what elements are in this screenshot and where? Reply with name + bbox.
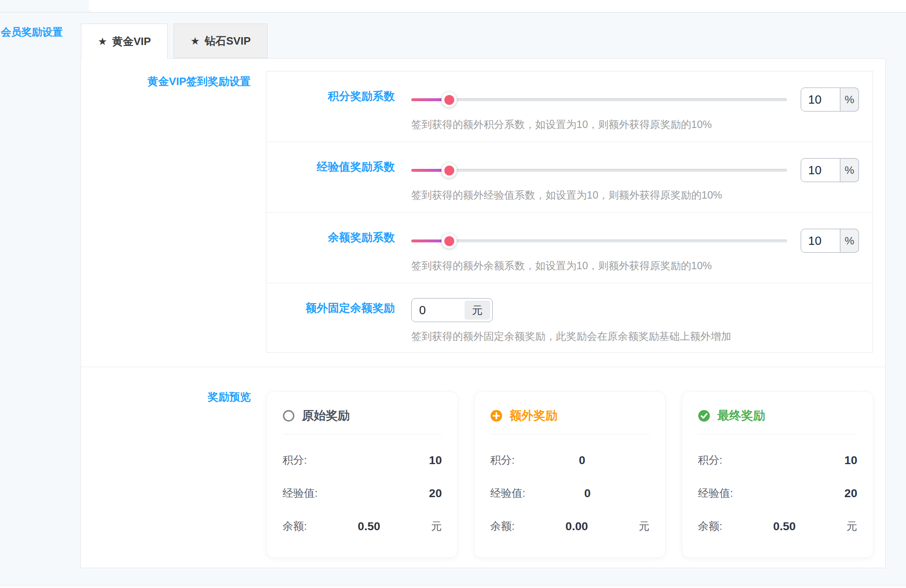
form-label-member-reward: 会员奖励设置	[1, 25, 63, 39]
exp-row: 经验值: 20	[698, 486, 857, 500]
previous-card-bottom	[89, 0, 906, 12]
points-value: 0	[579, 454, 586, 467]
extra-reward-title: 额外奖励	[510, 408, 557, 424]
exp-coefficient-row: 经验值奖励系数 % 签到获得的额外经验值系数，如设置为10，则额外获得原奖励的1…	[266, 142, 873, 212]
reward-preview-cards: 原始奖励 积分: 10 经验值: 20 余额: 0.50 元	[266, 391, 873, 558]
tab-diamond-svip-label: 钻石SVIP	[205, 34, 251, 48]
section-divider-top	[0, 12, 906, 13]
balance-coefficient-input[interactable]	[801, 229, 840, 253]
balance-coefficient-slider[interactable]	[411, 239, 787, 242]
star-icon: ★	[98, 36, 107, 47]
points-value: 10	[844, 454, 857, 467]
percent-addon: %	[840, 158, 859, 182]
exp-value: 20	[429, 487, 442, 500]
fixed-balance-input-wrap: 元	[411, 298, 493, 322]
extra-reward-card: 额外奖励 积分: 0 经验值: 0 余额: 0.00 元	[474, 391, 666, 558]
tab-gold-vip[interactable]: ★ 黄金VIP	[81, 24, 168, 59]
points-coefficient-help: 签到获得的额外积分系数，如设置为10，则额外获得原奖励的10%	[411, 118, 712, 131]
balance-label: 余额:	[282, 519, 307, 533]
card-divider	[282, 434, 442, 434]
card-divider	[698, 434, 857, 434]
exp-label: 经验值:	[282, 486, 318, 500]
points-value: 10	[429, 454, 442, 467]
fixed-balance-label: 额外固定余额奖励	[266, 301, 395, 315]
balance-label: 余额:	[698, 519, 722, 533]
tab-diamond-svip[interactable]: ★ 钻石SVIP	[173, 24, 268, 58]
balance-coefficient-help: 签到获得的额外余额系数，如设置为10，则额外获得原奖励的10%	[411, 259, 712, 273]
fixed-balance-row: 额外固定余额奖励 元 签到获得的额外固定余额奖励，此奖励会在原余额奖励基础上额外…	[266, 283, 873, 353]
exp-row: 经验值: 0	[490, 486, 650, 500]
points-coefficient-slider[interactable]	[411, 98, 787, 101]
exp-coefficient-input-group: %	[801, 158, 859, 182]
yuan-suffix: 元	[465, 301, 490, 320]
balance-row: 余额: 0.50 元	[282, 519, 442, 533]
plus-circle-icon	[490, 410, 503, 422]
points-coefficient-control: %	[411, 87, 859, 112]
slider-thumb-dot	[444, 166, 454, 175]
card-divider	[490, 434, 650, 434]
balance-row: 余额: 0.50 元	[698, 519, 857, 533]
exp-coefficient-input[interactable]	[801, 158, 840, 182]
slider-thumb[interactable]	[441, 92, 457, 107]
exp-coefficient-label: 经验值奖励系数	[266, 159, 395, 174]
balance-coefficient-control: %	[411, 228, 859, 253]
points-coefficient-input[interactable]	[801, 88, 840, 111]
balance-value: 0.50	[773, 520, 796, 533]
exp-value: 20	[844, 487, 857, 500]
balance-label: 余额:	[490, 519, 515, 533]
balance-value: 0.00	[565, 520, 588, 533]
balance-row: 余额: 0.00 元	[490, 519, 650, 533]
exp-coefficient-control: %	[411, 158, 859, 183]
signin-reward-settings-label: 黄金VIP签到奖励设置	[81, 74, 251, 89]
circle-outline-icon	[282, 410, 295, 422]
points-coefficient-row: 积分奖励系数 % 签到获得的额外积分系数，如设置为10，则额外获得原奖励的10%	[266, 71, 873, 142]
original-reward-card: 原始奖励 积分: 10 经验值: 20 余额: 0.50 元	[266, 391, 458, 558]
balance-coefficient-label: 余额奖励系数	[266, 230, 395, 245]
balance-unit: 元	[847, 519, 857, 533]
tab-gold-vip-label: 黄金VIP	[112, 34, 151, 49]
fixed-balance-help: 签到获得的额外固定余额奖励，此奖励会在原余额奖励基础上额外增加	[411, 330, 731, 343]
points-label: 积分:	[282, 453, 307, 467]
original-reward-title: 原始奖励	[302, 408, 350, 424]
percent-addon: %	[840, 229, 859, 253]
final-reward-title: 最终奖励	[717, 408, 765, 424]
exp-value: 0	[584, 487, 591, 500]
points-label: 积分:	[490, 453, 515, 467]
points-coefficient-input-group: %	[801, 88, 859, 111]
balance-unit: 元	[639, 519, 650, 533]
points-row: 积分: 10	[282, 453, 442, 467]
exp-label: 经验值:	[490, 486, 525, 500]
reward-preview-section: 奖励预览 原始奖励 积分: 10 经验值: 20	[81, 367, 885, 568]
points-label: 积分:	[698, 453, 722, 467]
exp-label: 经验值:	[698, 486, 733, 500]
balance-coefficient-row: 余额奖励系数 % 签到获得的额外余额系数，如设置为10，则额外获得原奖励的10%	[266, 212, 873, 283]
slider-thumb[interactable]	[441, 233, 457, 249]
slider-thumb-dot	[444, 95, 454, 105]
exp-row: 经验值: 20	[282, 486, 442, 500]
balance-value: 0.50	[358, 520, 380, 533]
points-row: 积分: 10	[698, 453, 857, 467]
coefficient-settings-box: 积分奖励系数 % 签到获得的额外积分系数，如设置为10，则额外获得原奖励的10%…	[266, 71, 873, 353]
points-row: 积分: 0	[490, 453, 650, 467]
percent-addon: %	[840, 88, 859, 111]
check-circle-icon	[698, 410, 710, 422]
vip-tabs: ★ 黄金VIP ★ 钻石SVIP	[81, 24, 268, 59]
exp-coefficient-slider[interactable]	[411, 169, 787, 172]
next-section-background	[0, 586, 906, 588]
balance-unit: 元	[431, 519, 442, 533]
final-reward-card: 最终奖励 积分: 10 经验值: 20 余额: 0.50 元	[682, 391, 873, 558]
exp-coefficient-help: 签到获得的额外经验值系数，如设置为10，则额外获得原奖励的10%	[411, 188, 722, 202]
signin-reward-settings-section: 黄金VIP签到奖励设置 积分奖励系数 % 签到获得的额外积分系数，如设置为10，…	[81, 59, 885, 367]
star-icon: ★	[190, 35, 199, 47]
settings-panel: 黄金VIP签到奖励设置 积分奖励系数 % 签到获得的额外积分系数，如设置为10，…	[81, 58, 886, 568]
reward-preview-label: 奖励预览	[81, 390, 251, 404]
points-coefficient-label: 积分奖励系数	[266, 89, 395, 104]
slider-thumb[interactable]	[441, 163, 457, 178]
slider-thumb-dot	[444, 236, 454, 246]
balance-coefficient-input-group: %	[801, 229, 859, 253]
